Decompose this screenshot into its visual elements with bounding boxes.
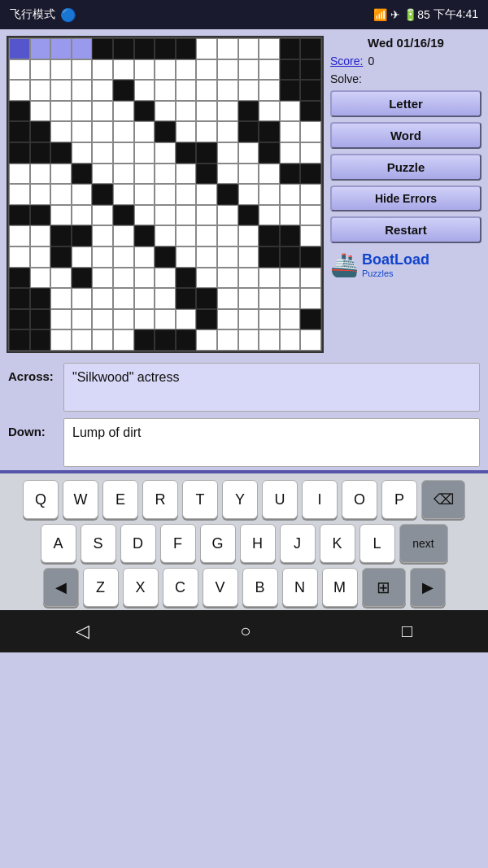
grid-cell[interactable]: [259, 142, 280, 164]
grid-cell[interactable]: [9, 121, 30, 142]
grid-cell[interactable]: [155, 329, 176, 351]
grid-cell[interactable]: [280, 184, 301, 205]
grid-cell[interactable]: [30, 246, 51, 268]
grid-cell[interactable]: [50, 59, 72, 81]
grid-cell[interactable]: [259, 59, 280, 81]
grid-cell[interactable]: [176, 184, 197, 205]
grid-cell[interactable]: [196, 164, 217, 185]
grid-cell[interactable]: [259, 268, 280, 289]
grid-cell[interactable]: [259, 205, 280, 226]
grid-cell[interactable]: [196, 101, 217, 122]
grid-cell[interactable]: [92, 329, 113, 351]
grid-cell[interactable]: [155, 205, 176, 226]
grid-cell[interactable]: [217, 309, 238, 330]
grid-cell[interactable]: [176, 309, 197, 330]
grid-cell[interactable]: [50, 309, 72, 330]
grid-cell[interactable]: [238, 184, 259, 205]
grid-cell[interactable]: [30, 142, 51, 164]
grid-cell[interactable]: [92, 59, 113, 81]
right-arrow-key[interactable]: ▶: [410, 568, 446, 607]
key-k[interactable]: K: [320, 524, 355, 563]
grid-cell[interactable]: [300, 142, 321, 164]
grid-cell[interactable]: [50, 101, 72, 122]
grid-cell[interactable]: [134, 80, 155, 101]
grid-cell[interactable]: [155, 121, 176, 142]
grid-cell[interactable]: [9, 101, 30, 122]
grid-cell[interactable]: [134, 309, 155, 330]
grid-cell[interactable]: [259, 101, 280, 122]
grid-cell[interactable]: [134, 121, 155, 142]
grid-cell[interactable]: [113, 288, 134, 309]
grid-cell[interactable]: [72, 268, 93, 289]
grid-cell[interactable]: [113, 80, 134, 101]
grid-cell[interactable]: [238, 268, 259, 289]
grid-cell[interactable]: [280, 268, 301, 289]
grid-cell[interactable]: [155, 38, 176, 59]
grid-cell[interactable]: [176, 246, 197, 268]
key-m[interactable]: M: [322, 568, 358, 607]
grid-cell[interactable]: [155, 101, 176, 122]
grid-cell[interactable]: [196, 205, 217, 226]
grid-cell[interactable]: [155, 288, 176, 309]
grid-cell[interactable]: [72, 164, 93, 185]
grid-cell[interactable]: [238, 101, 259, 122]
grid-cell[interactable]: [196, 59, 217, 81]
grid-cell[interactable]: [9, 164, 30, 185]
grid-cell[interactable]: [217, 101, 238, 122]
grid-cell[interactable]: [196, 80, 217, 101]
grid-cell[interactable]: [196, 225, 217, 246]
grid-cell[interactable]: [176, 80, 197, 101]
grid-cell[interactable]: [30, 309, 51, 330]
grid-cell[interactable]: [280, 101, 301, 122]
grid-cell[interactable]: [72, 184, 93, 205]
grid-cell[interactable]: [238, 121, 259, 142]
key-l[interactable]: L: [359, 524, 395, 563]
grid-cell[interactable]: [9, 80, 30, 101]
grid-cell[interactable]: [259, 38, 280, 59]
crossword-grid[interactable]: [8, 37, 322, 351]
grid-cell[interactable]: [9, 225, 30, 246]
grid-cell[interactable]: [50, 142, 72, 164]
grid-cell[interactable]: [50, 184, 72, 205]
grid-cell[interactable]: [50, 246, 72, 268]
grid-cell[interactable]: [72, 101, 93, 122]
grid-cell[interactable]: [300, 38, 321, 59]
grid-cell[interactable]: [300, 329, 321, 351]
grid-cell[interactable]: [9, 246, 30, 268]
grid-cell[interactable]: [300, 121, 321, 142]
next-key[interactable]: next: [399, 524, 448, 563]
grid-cell[interactable]: [217, 329, 238, 351]
grid-cell[interactable]: [155, 246, 176, 268]
grid-cell[interactable]: [196, 142, 217, 164]
grid-cell[interactable]: [300, 246, 321, 268]
grid-cell[interactable]: [155, 164, 176, 185]
grid-cell[interactable]: [217, 184, 238, 205]
grid-cell[interactable]: [113, 225, 134, 246]
left-arrow-key[interactable]: ◀: [43, 568, 79, 607]
key-i[interactable]: I: [302, 480, 338, 519]
grid-cell[interactable]: [30, 184, 51, 205]
grid-cell[interactable]: [155, 80, 176, 101]
grid-cell[interactable]: [176, 329, 197, 351]
key-g[interactable]: G: [200, 524, 236, 563]
key-p[interactable]: P: [381, 480, 417, 519]
grid-cell[interactable]: [155, 268, 176, 289]
grid-cell[interactable]: [280, 80, 301, 101]
key-q[interactable]: Q: [23, 480, 59, 519]
grid-cell[interactable]: [30, 38, 51, 59]
grid-cell[interactable]: [72, 246, 93, 268]
grid-cell[interactable]: [280, 164, 301, 185]
hide-errors-button[interactable]: Hide Errors: [330, 185, 481, 212]
key-h[interactable]: H: [240, 524, 276, 563]
grid-cell[interactable]: [196, 268, 217, 289]
grid-cell[interactable]: [196, 38, 217, 59]
grid-cell[interactable]: [50, 225, 72, 246]
grid-cell[interactable]: [134, 268, 155, 289]
key-u[interactable]: U: [262, 480, 298, 519]
grid-cell[interactable]: [50, 80, 72, 101]
grid-cell[interactable]: [300, 309, 321, 330]
grid-cell[interactable]: [238, 59, 259, 81]
grid-cell[interactable]: [176, 121, 197, 142]
grid-cell[interactable]: [280, 246, 301, 268]
grid-cell[interactable]: [30, 101, 51, 122]
